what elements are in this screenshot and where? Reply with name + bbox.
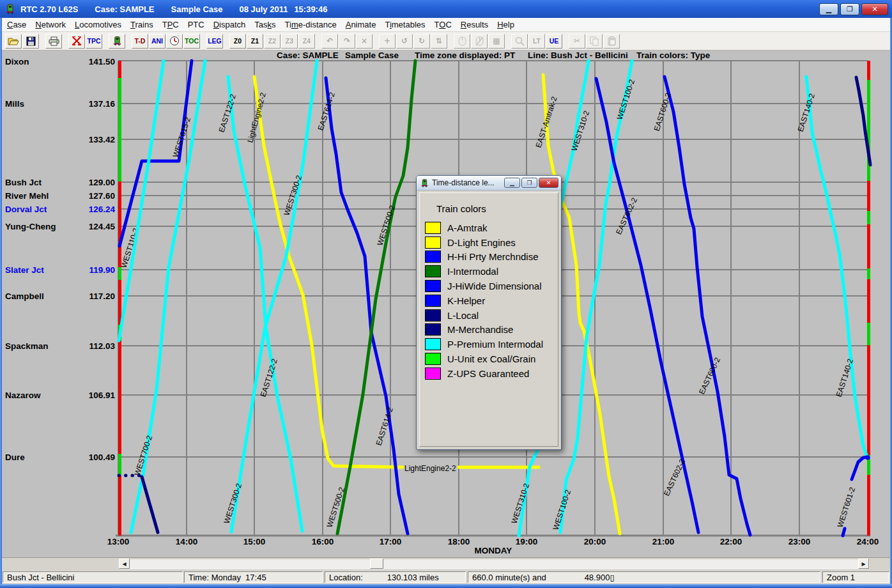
hour-tick-label: 19:00 <box>516 537 538 546</box>
legend-item-z: Z-UPS Guaranteed <box>420 366 558 381</box>
zoom-0-button[interactable]: Z0 <box>229 34 246 49</box>
toolbar-separator <box>563 34 569 49</box>
legend-minimize-button[interactable]: ▁ <box>504 178 520 188</box>
legend-color-swatch <box>425 338 441 350</box>
legend-maximize-button[interactable]: ❐ <box>521 178 537 188</box>
menu-item-ptc[interactable]: PTC <box>183 19 209 31</box>
train-label: LightEngine2-2 <box>404 464 456 473</box>
hour-tick-label: 15:00 <box>243 537 266 546</box>
status-zoom: Zoom 1 <box>822 571 889 583</box>
hour-tick-label: 14:00 <box>176 537 198 546</box>
station-milepost: 117.20 <box>89 291 115 301</box>
cut-button: ✂ <box>569 34 585 49</box>
toc-button[interactable]: TOC <box>183 34 200 49</box>
legend-item-p: P-Premium Intermodal <box>420 337 558 352</box>
menu-item-case[interactable]: Case <box>3 19 31 31</box>
redo-button: ↷ <box>339 34 355 49</box>
menu-item-timetables[interactable]: Timetables <box>380 19 429 31</box>
menu-item-dispatch[interactable]: Dispatch <box>209 19 250 31</box>
lt-button: LT <box>528 34 545 49</box>
title-case-name: Sample Case <box>171 4 223 14</box>
legend-item-label: I-Intermodal <box>447 266 498 277</box>
legend-color-swatch <box>425 265 441 277</box>
zoom-1-button[interactable]: Z1 <box>247 34 263 49</box>
close-button[interactable]: ✕ <box>861 3 888 15</box>
station-name: Mills <box>5 99 24 109</box>
floppy-button[interactable] <box>22 34 39 49</box>
legend-item-label: D-Light Engines <box>447 237 516 248</box>
legend-item-h: H-Hi Prty Merchndise <box>420 250 558 265</box>
legend-color-swatch <box>425 323 441 336</box>
legend-item-label: P-Premium Intermodal <box>447 339 543 350</box>
menu-item-help[interactable]: Help <box>493 19 519 31</box>
menu-item-locomotives[interactable]: Locomotives <box>70 19 126 31</box>
chart-header-item: Line: Bush Jct - Bellicini <box>528 50 628 60</box>
scrollbar-track[interactable] <box>119 559 870 570</box>
menu-item-results[interactable]: Results <box>456 19 493 31</box>
station-milepost: 126.24 <box>89 205 116 214</box>
legend-color-swatch <box>425 295 441 307</box>
menu-item-animate[interactable]: Animate <box>341 19 381 31</box>
station-name: Dorval Jct <box>5 205 47 214</box>
legend-item-l: L-Local <box>420 308 558 323</box>
menu-item-tpc[interactable]: TPC <box>158 19 183 31</box>
maximize-button[interactable]: ❐ <box>840 3 859 15</box>
station-milepost: 112.03 <box>89 341 115 351</box>
legend-header: Train colors <box>436 203 558 214</box>
toolbar-separator <box>373 34 379 49</box>
hour-tick-label: 13:00 <box>107 537 130 546</box>
scroll-right-arrow[interactable]: ▶ <box>858 559 869 569</box>
legend-window: Time-distance le... ▁ ❐ ✕ Train colors A… <box>416 175 562 450</box>
title-bar: RTC 2.70 L62S Case: SAMPLE Sample Case 0… <box>0 0 892 18</box>
paste-button <box>603 34 620 49</box>
menu-item-trains[interactable]: Trains <box>126 19 158 31</box>
legend-item-label: A-Amtrak <box>447 222 488 233</box>
hour-tick-label: 24:00 <box>857 537 879 546</box>
animate-button[interactable]: ANI <box>149 34 165 49</box>
legend-color-swatch <box>425 309 441 321</box>
legend-color-swatch <box>425 251 441 263</box>
toolbar-separator <box>63 34 68 49</box>
toolbar-separator <box>201 34 206 49</box>
tpc-button[interactable]: TPC <box>86 34 102 49</box>
clock-button[interactable] <box>166 34 183 49</box>
delete-button: × <box>356 34 373 49</box>
scroll-left-arrow[interactable]: ◀ <box>119 559 130 569</box>
toolbar: TPCT-DANITOCLEGZ0Z1Z2Z3Z4↶↷×+↺↻⇅▦LTUE✂ <box>0 32 892 50</box>
legend-window-titlebar[interactable]: Time-distance le... ▁ ❐ ✕ <box>417 176 561 190</box>
menu-item-toc[interactable]: TOC <box>430 19 456 31</box>
legend-close-button[interactable]: ✕ <box>539 178 558 188</box>
time-distance-button[interactable]: T-D <box>132 34 148 49</box>
menu-item-time-distance[interactable]: Time-distance <box>281 19 341 31</box>
scrollbar-thumb[interactable] <box>370 559 383 569</box>
station-milepost: 124.45 <box>89 222 116 231</box>
hour-tick-label: 23:00 <box>788 537 811 546</box>
legend-item-label: U-Unit ex Coal/Grain <box>447 353 535 364</box>
menu-item-network[interactable]: Network <box>31 19 70 31</box>
horizontal-scrollbar: ◀ ▶ <box>0 557 892 570</box>
legend-item-k: K-Helper <box>420 293 558 308</box>
legend-item-label: J-HiWide Dimensional <box>447 281 542 291</box>
legend-button[interactable]: LEG <box>206 34 223 49</box>
printer-button[interactable] <box>45 34 62 49</box>
legend-color-swatch <box>425 236 441 249</box>
folder-open-button[interactable] <box>5 34 22 49</box>
magnifier-button <box>511 34 528 49</box>
zoom-2-button: Z2 <box>264 34 281 49</box>
menu-item-tasks[interactable]: Tasks <box>250 19 280 31</box>
train-button[interactable] <box>109 34 125 49</box>
status-bar: Bush Jct - Bellicini Time: Monday 17:45 … <box>0 570 892 584</box>
legend-color-swatch <box>425 222 441 234</box>
minimize-button[interactable]: ▁ <box>819 3 838 15</box>
app-title: RTC 2.70 L62S <box>20 4 78 14</box>
chart-header-item: Time zone displayed: PT <box>415 50 516 60</box>
hour-tick-label: 17:00 <box>380 537 402 546</box>
ue-button[interactable]: UE <box>546 34 562 49</box>
grid-button: ▦ <box>488 34 505 49</box>
station-milepost: 133.42 <box>89 135 115 144</box>
status-route: Bush Jct - Bellicini <box>3 571 183 583</box>
rtc-application-window: RTC 2.70 L62S Case: SAMPLE Sample Case 0… <box>0 0 892 588</box>
station-milepost: 127.60 <box>89 191 115 201</box>
red-bowtie-button[interactable] <box>68 34 85 49</box>
station-name: Slater Jct <box>5 265 44 275</box>
